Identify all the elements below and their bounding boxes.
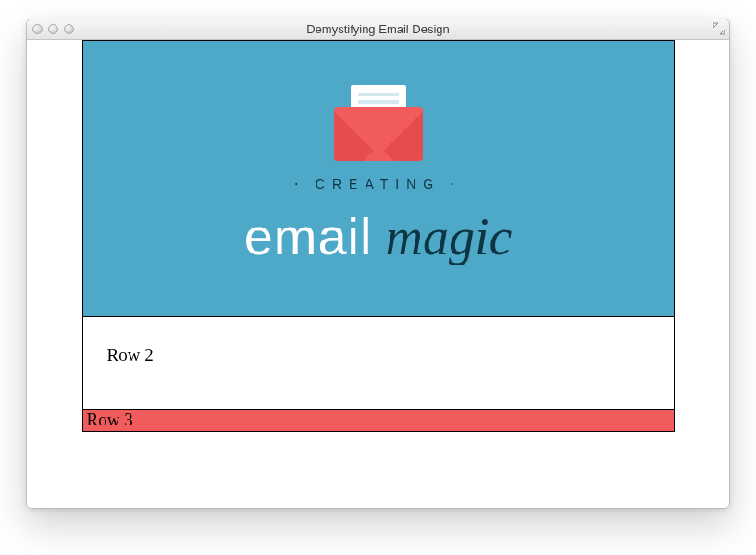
row-3: Row 3 xyxy=(82,410,675,432)
resize-icon[interactable] xyxy=(713,22,725,35)
titlebar[interactable]: Demystifying Email Design xyxy=(27,19,729,40)
hero-kicker: CREATING xyxy=(294,174,462,193)
app-window: Demystifying Email Design xyxy=(26,18,730,509)
minimize-dot-icon[interactable] xyxy=(48,24,58,34)
close-dot-icon[interactable] xyxy=(32,24,43,34)
email-table: CREATING email magic Row 2 Row 3 xyxy=(82,40,675,432)
hero-row: CREATING email magic xyxy=(82,40,675,317)
hero-headline: email magic xyxy=(244,206,513,266)
envelope-icon xyxy=(334,91,423,161)
row-2-label: Row 2 xyxy=(107,345,154,364)
hero-word2: magic xyxy=(385,207,512,266)
hero-word1: email xyxy=(244,206,373,266)
zoom-dot-icon[interactable] xyxy=(64,24,74,34)
row-2: Row 2 xyxy=(82,317,675,410)
traffic-lights xyxy=(32,24,74,34)
window-title: Demystifying Email Design xyxy=(27,22,729,36)
row-3-label: Row 3 xyxy=(87,410,133,429)
window-content: CREATING email magic Row 2 Row 3 xyxy=(27,40,729,508)
window-shadow: Demystifying Email Design xyxy=(0,0,756,555)
